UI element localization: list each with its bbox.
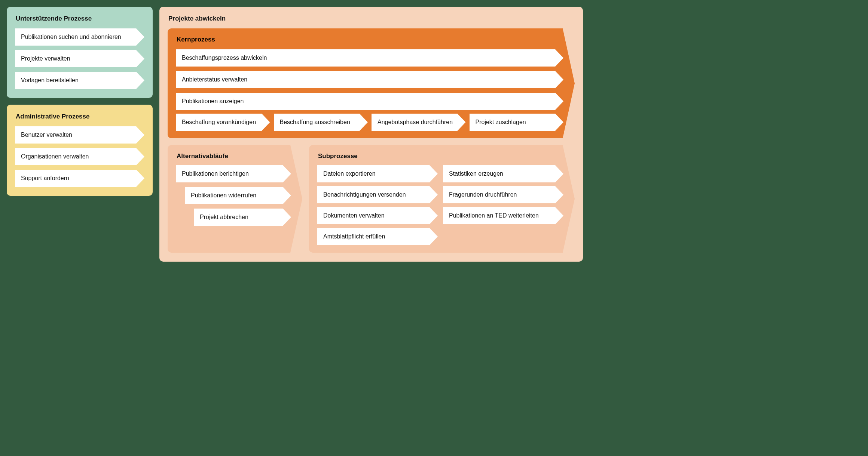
process-item: Projekte verwalten [15, 50, 144, 67]
process-item: Angebotsphase durchführen [372, 114, 466, 131]
core-phases: Beschaffung vorankündigen Beschaffung au… [176, 114, 563, 131]
panel-projects: Projekte abwickeln Kernprozess Beschaffu… [159, 7, 583, 262]
panel-sub: Subprozesse Dateien exportieren Statisti… [309, 145, 575, 253]
process-item: Organisationen verwalten [15, 148, 144, 165]
panel-title: Alternativabläufe [177, 152, 291, 160]
process-item: Beschaffung vorankündigen [176, 114, 270, 131]
process-item: Statistiken erzeugen [443, 165, 563, 182]
process-item: Benachrichtigungen versenden [317, 186, 438, 203]
panel-support: Unterstützende Prozesse Publikationen su… [7, 7, 153, 98]
panel-title: Projekte abwickeln [168, 15, 575, 22]
process-item: Anbieterstatus verwalten [176, 71, 563, 88]
panel-title: Subprozesse [318, 152, 563, 160]
process-item: Dokumenten verwalten [317, 207, 438, 224]
panel-alt: Alternativabläufe Publikationen berichti… [168, 145, 302, 253]
panel-core: Kernprozess Beschaffungsprozess abwickel… [168, 28, 575, 138]
process-item: Projekt zuschlagen [470, 114, 564, 131]
process-map: Unterstützende Prozesse Publikationen su… [7, 7, 583, 262]
process-item: Publikationen suchen und abonnieren [15, 28, 144, 46]
process-item: Publikationen an TED weiterleiten [443, 207, 563, 224]
process-item: Beschaffungsprozess abwickeln [176, 49, 563, 67]
panel-admin: Administrative Prozesse Benutzer verwalt… [7, 105, 153, 196]
process-item: Support anfordern [15, 170, 144, 187]
process-item: Publikationen berichtigen [176, 165, 291, 182]
process-item: Fragerunden druchführen [443, 186, 563, 203]
right-column: Projekte abwickeln Kernprozess Beschaffu… [159, 7, 583, 262]
process-item: Amtsblattpflicht erfüllen [317, 228, 438, 245]
process-item: Beschaffung ausschreiben [274, 114, 368, 131]
panel-title: Kernprozess [177, 36, 563, 43]
process-item: Benutzer verwalten [15, 126, 144, 144]
process-item: Dateien exportieren [317, 165, 438, 182]
panel-title: Unterstützende Prozesse [16, 15, 144, 22]
panel-title: Administrative Prozesse [16, 113, 144, 120]
left-column: Unterstützende Prozesse Publikationen su… [7, 7, 153, 262]
process-item: Publikationen anzeigen [176, 93, 563, 110]
process-item: Vorlagen bereitstellen [15, 72, 144, 89]
process-item: Projekt abbrechen [194, 209, 291, 226]
process-item: Publikationen widerrufen [185, 187, 291, 204]
